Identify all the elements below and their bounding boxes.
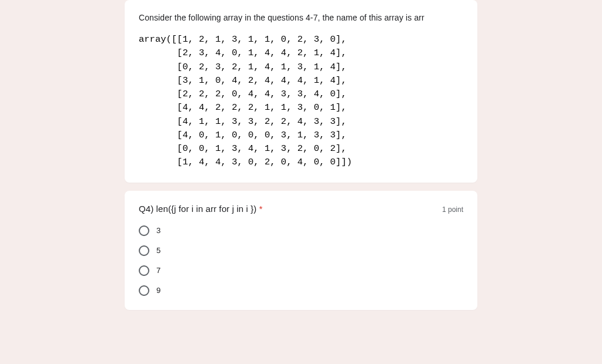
question-text: Q4) len({j for i in arr for j in i }) * (139, 204, 263, 214)
intro-card: Consider the following array in the ques… (125, 0, 477, 183)
option-2[interactable]: 7 (139, 265, 463, 276)
question-card: Q4) len({j for i in arr for j in i }) * … (125, 191, 477, 310)
intro-text: Consider the following array in the ques… (139, 13, 463, 22)
option-label: 7 (156, 266, 160, 275)
array-display: array([[1, 2, 1, 3, 1, 1, 0, 2, 3, 0], [… (139, 33, 463, 170)
question-header: Q4) len({j for i in arr for j in i }) * … (139, 204, 463, 214)
radio-icon (139, 225, 149, 236)
radio-icon (139, 265, 149, 276)
option-label: 3 (156, 226, 160, 235)
points-label: 1 point (430, 204, 463, 214)
option-1[interactable]: 5 (139, 245, 463, 256)
option-0[interactable]: 3 (139, 225, 463, 236)
required-marker: * (259, 204, 263, 214)
option-label: 5 (156, 246, 160, 255)
radio-icon (139, 245, 149, 256)
option-label: 9 (156, 286, 160, 295)
option-3[interactable]: 9 (139, 285, 463, 296)
radio-icon (139, 285, 149, 296)
question-body: Q4) len({j for i in arr for j in i }) (139, 204, 256, 214)
